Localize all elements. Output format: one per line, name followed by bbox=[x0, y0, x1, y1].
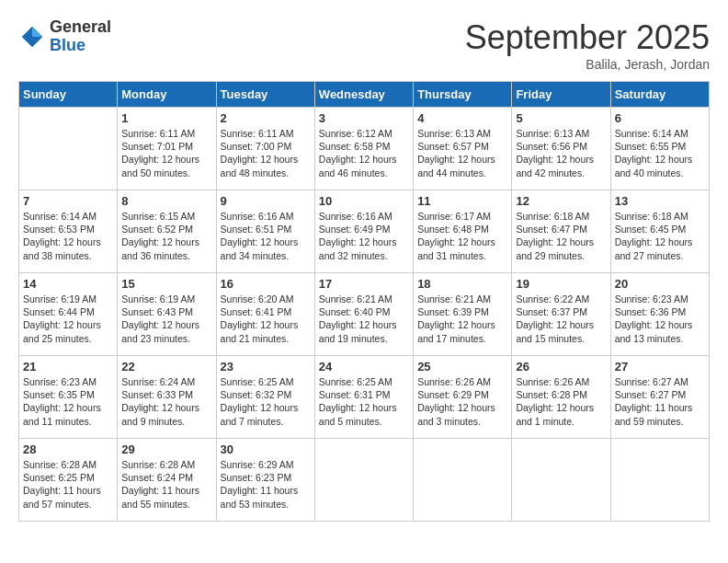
day-number: 5 bbox=[516, 111, 606, 125]
day-number: 17 bbox=[319, 277, 409, 291]
day-number: 2 bbox=[221, 111, 311, 125]
day-number: 22 bbox=[121, 360, 211, 373]
cell-details: Sunrise: 6:18 AMSunset: 6:45 PMDaylight:… bbox=[615, 210, 705, 262]
calendar-cell: 20Sunrise: 6:23 AMSunset: 6:36 PMDayligh… bbox=[610, 273, 709, 356]
calendar-cell: 30Sunrise: 6:29 AMSunset: 6:23 PMDayligh… bbox=[216, 439, 314, 522]
calendar-cell: 17Sunrise: 6:21 AMSunset: 6:40 PMDayligh… bbox=[314, 273, 413, 356]
calendar-cell: 26Sunrise: 6:26 AMSunset: 6:28 PMDayligh… bbox=[512, 356, 610, 439]
day-header-thursday: Thursday bbox=[414, 82, 512, 108]
logo-text: General Blue bbox=[50, 18, 111, 55]
day-number: 7 bbox=[23, 194, 113, 208]
calendar-cell: 25Sunrise: 6:26 AMSunset: 6:29 PMDayligh… bbox=[414, 356, 512, 439]
day-header-wednesday: Wednesday bbox=[314, 82, 413, 108]
calendar-cell bbox=[414, 439, 512, 522]
calendar-cell bbox=[512, 439, 610, 522]
day-header-monday: Monday bbox=[118, 82, 216, 108]
cell-details: Sunrise: 6:11 AMSunset: 7:00 PMDaylight:… bbox=[221, 127, 311, 179]
calendar-cell: 11Sunrise: 6:17 AMSunset: 6:48 PMDayligh… bbox=[414, 190, 512, 273]
calendar-cell: 16Sunrise: 6:20 AMSunset: 6:41 PMDayligh… bbox=[216, 273, 314, 356]
calendar-cell: 28Sunrise: 6:28 AMSunset: 6:25 PMDayligh… bbox=[19, 439, 118, 522]
cell-details: Sunrise: 6:11 AMSunset: 7:01 PMDaylight:… bbox=[121, 127, 211, 179]
cell-details: Sunrise: 6:21 AMSunset: 6:40 PMDaylight:… bbox=[319, 293, 409, 345]
week-row-5: 28Sunrise: 6:28 AMSunset: 6:25 PMDayligh… bbox=[19, 439, 710, 522]
cell-details: Sunrise: 6:23 AMSunset: 6:35 PMDaylight:… bbox=[23, 375, 113, 428]
cell-details: Sunrise: 6:25 AMSunset: 6:32 PMDaylight:… bbox=[221, 375, 311, 428]
day-number: 27 bbox=[615, 360, 705, 373]
calendar-cell: 27Sunrise: 6:27 AMSunset: 6:27 PMDayligh… bbox=[610, 356, 709, 439]
calendar-cell: 2Sunrise: 6:11 AMSunset: 7:00 PMDaylight… bbox=[216, 108, 314, 190]
svg-marker-1 bbox=[32, 27, 42, 37]
cell-details: Sunrise: 6:21 AMSunset: 6:39 PMDaylight:… bbox=[417, 293, 507, 345]
logo-icon bbox=[18, 23, 46, 51]
cell-details: Sunrise: 6:13 AMSunset: 6:57 PMDaylight:… bbox=[417, 127, 507, 179]
cell-details: Sunrise: 6:14 AMSunset: 6:53 PMDaylight:… bbox=[23, 210, 113, 262]
day-number: 9 bbox=[221, 194, 311, 208]
day-header-saturday: Saturday bbox=[610, 82, 709, 108]
cell-details: Sunrise: 6:13 AMSunset: 6:56 PMDaylight:… bbox=[516, 127, 606, 179]
month-title: September 2025 bbox=[465, 18, 710, 57]
logo-general: General bbox=[50, 18, 111, 37]
cell-details: Sunrise: 6:19 AMSunset: 6:43 PMDaylight:… bbox=[121, 293, 211, 345]
day-number: 25 bbox=[417, 360, 507, 373]
calendar-cell: 24Sunrise: 6:25 AMSunset: 6:31 PMDayligh… bbox=[314, 356, 413, 439]
cell-details: Sunrise: 6:26 AMSunset: 6:29 PMDaylight:… bbox=[417, 375, 507, 428]
calendar-cell bbox=[314, 439, 413, 522]
day-number: 18 bbox=[417, 277, 507, 291]
day-number: 10 bbox=[319, 194, 409, 208]
calendar-cell: 5Sunrise: 6:13 AMSunset: 6:56 PMDaylight… bbox=[512, 108, 610, 190]
day-number: 26 bbox=[516, 360, 606, 373]
calendar-cell: 10Sunrise: 6:16 AMSunset: 6:49 PMDayligh… bbox=[314, 190, 413, 273]
cell-details: Sunrise: 6:19 AMSunset: 6:44 PMDaylight:… bbox=[23, 293, 113, 345]
week-row-1: 1Sunrise: 6:11 AMSunset: 7:01 PMDaylight… bbox=[19, 108, 710, 190]
day-header-friday: Friday bbox=[512, 82, 610, 108]
cell-details: Sunrise: 6:20 AMSunset: 6:41 PMDaylight:… bbox=[221, 293, 311, 345]
day-number: 1 bbox=[121, 111, 211, 125]
day-header-sunday: Sunday bbox=[19, 82, 118, 108]
calendar-cell: 21Sunrise: 6:23 AMSunset: 6:35 PMDayligh… bbox=[19, 356, 118, 439]
calendar-cell: 13Sunrise: 6:18 AMSunset: 6:45 PMDayligh… bbox=[610, 190, 709, 273]
calendar-cell: 14Sunrise: 6:19 AMSunset: 6:44 PMDayligh… bbox=[19, 273, 118, 356]
cell-details: Sunrise: 6:27 AMSunset: 6:27 PMDaylight:… bbox=[615, 375, 705, 428]
week-row-3: 14Sunrise: 6:19 AMSunset: 6:44 PMDayligh… bbox=[19, 273, 710, 356]
calendar-cell: 15Sunrise: 6:19 AMSunset: 6:43 PMDayligh… bbox=[118, 273, 216, 356]
calendar-cell: 8Sunrise: 6:15 AMSunset: 6:52 PMDaylight… bbox=[118, 190, 216, 273]
cell-details: Sunrise: 6:24 AMSunset: 6:33 PMDaylight:… bbox=[121, 375, 211, 428]
day-number: 30 bbox=[221, 442, 311, 456]
day-number: 15 bbox=[121, 277, 211, 291]
cell-details: Sunrise: 6:16 AMSunset: 6:49 PMDaylight:… bbox=[319, 210, 409, 262]
cell-details: Sunrise: 6:29 AMSunset: 6:23 PMDaylight:… bbox=[221, 458, 311, 511]
calendar-cell: 4Sunrise: 6:13 AMSunset: 6:57 PMDaylight… bbox=[414, 108, 512, 190]
calendar-cell: 29Sunrise: 6:28 AMSunset: 6:24 PMDayligh… bbox=[118, 439, 216, 522]
cell-details: Sunrise: 6:25 AMSunset: 6:31 PMDaylight:… bbox=[319, 375, 409, 428]
day-number: 14 bbox=[23, 277, 113, 291]
cell-details: Sunrise: 6:17 AMSunset: 6:48 PMDaylight:… bbox=[417, 210, 507, 262]
cell-details: Sunrise: 6:28 AMSunset: 6:24 PMDaylight:… bbox=[121, 458, 211, 511]
page-header: General Blue September 2025 Balila, Jera… bbox=[18, 18, 710, 72]
day-number: 13 bbox=[615, 194, 705, 208]
logo: General Blue bbox=[18, 18, 111, 55]
calendar-cell: 23Sunrise: 6:25 AMSunset: 6:32 PMDayligh… bbox=[216, 356, 314, 439]
calendar-cell: 9Sunrise: 6:16 AMSunset: 6:51 PMDaylight… bbox=[216, 190, 314, 273]
title-block: September 2025 Balila, Jerash, Jordan bbox=[465, 18, 710, 72]
cell-details: Sunrise: 6:12 AMSunset: 6:58 PMDaylight:… bbox=[319, 127, 409, 179]
day-number: 28 bbox=[23, 442, 113, 456]
calendar-table: SundayMondayTuesdayWednesdayThursdayFrid… bbox=[18, 81, 710, 522]
cell-details: Sunrise: 6:18 AMSunset: 6:47 PMDaylight:… bbox=[516, 210, 606, 262]
day-number: 6 bbox=[615, 111, 705, 125]
day-number: 21 bbox=[23, 360, 113, 373]
day-number: 16 bbox=[221, 277, 311, 291]
week-row-4: 21Sunrise: 6:23 AMSunset: 6:35 PMDayligh… bbox=[19, 356, 710, 439]
day-number: 19 bbox=[516, 277, 606, 291]
calendar-cell bbox=[610, 439, 709, 522]
day-number: 20 bbox=[615, 277, 705, 291]
day-number: 4 bbox=[417, 111, 507, 125]
day-number: 3 bbox=[319, 111, 409, 125]
calendar-cell: 6Sunrise: 6:14 AMSunset: 6:55 PMDaylight… bbox=[610, 108, 709, 190]
calendar-cell: 19Sunrise: 6:22 AMSunset: 6:37 PMDayligh… bbox=[512, 273, 610, 356]
day-header-tuesday: Tuesday bbox=[216, 82, 314, 108]
cell-details: Sunrise: 6:26 AMSunset: 6:28 PMDaylight:… bbox=[516, 375, 606, 428]
day-number: 24 bbox=[319, 360, 409, 373]
header-row: SundayMondayTuesdayWednesdayThursdayFrid… bbox=[19, 82, 710, 108]
calendar-cell: 7Sunrise: 6:14 AMSunset: 6:53 PMDaylight… bbox=[19, 190, 118, 273]
day-number: 8 bbox=[121, 194, 211, 208]
